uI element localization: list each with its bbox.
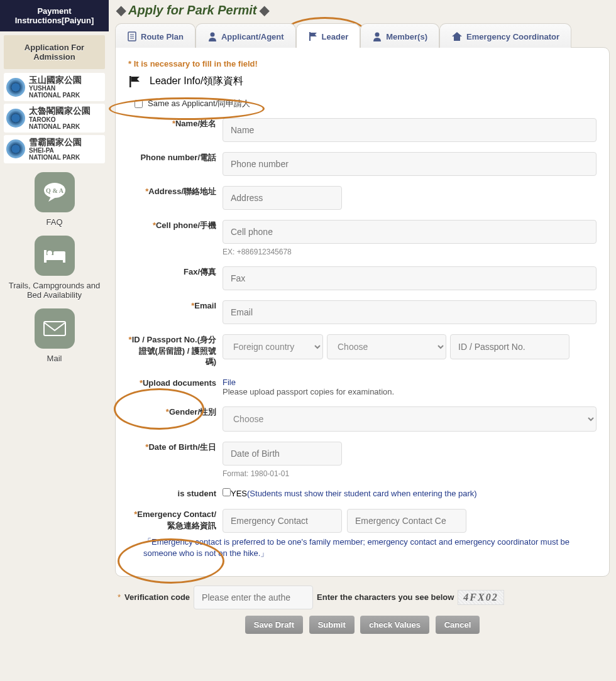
id-number-input[interactable] xyxy=(450,334,569,359)
tab-leader[interactable]: Leader xyxy=(296,23,361,48)
submit-button[interactable]: Submit xyxy=(309,616,355,634)
student-note: (Students must show their student card w… xyxy=(247,489,477,498)
tab-route-plan[interactable]: Route Plan xyxy=(115,23,195,48)
upload-file-link[interactable]: File xyxy=(223,378,236,387)
fax-label: Fax/傳真 xyxy=(184,267,216,276)
check-values-button[interactable]: check Values xyxy=(360,616,429,634)
emergency-contact-cell-input[interactable] xyxy=(347,509,466,533)
cellphone-label: Cell phone/手機 xyxy=(156,221,216,230)
svg-rect-5 xyxy=(53,251,65,256)
same-as-applicant-label: Same as Applicant/同申請人 xyxy=(148,98,250,109)
email-input[interactable] xyxy=(223,300,597,324)
gender-select[interactable]: Choose xyxy=(223,406,597,432)
svg-point-14 xyxy=(375,33,380,37)
same-as-applicant-row: Same as Applicant/同申請人 xyxy=(135,98,597,109)
svg-rect-15 xyxy=(129,76,131,87)
park-taroko[interactable]: 太魯閣國家公園TAROKONATIONAL PARK xyxy=(4,104,105,132)
svg-point-4 xyxy=(47,251,52,256)
button-row: Save Draft Submit check Values Cancel xyxy=(115,616,610,634)
sidebar: Payment Instructions[Paiyun] Application… xyxy=(0,0,109,640)
tab-bar: Route Plan Applicant/Agent Leader Member… xyxy=(115,23,610,47)
bed-icon xyxy=(35,236,75,276)
form-panel: * It is necessary to fill in the field! … xyxy=(115,47,610,577)
cancel-button[interactable]: Cancel xyxy=(436,616,480,634)
trails-label: Trails, Campgrounds and Bed Availability xyxy=(0,281,109,300)
address-label: Address/聯絡地址 xyxy=(148,187,216,196)
tab-emergency-coordinator[interactable]: Emergency Coordinator xyxy=(439,23,571,48)
svg-rect-13 xyxy=(309,32,311,41)
trails-link[interactable]: Trails, Campgrounds and Bed Availability xyxy=(0,236,109,300)
upload-note: Please upload passport copies for examin… xyxy=(223,387,394,396)
upload-label: Upload documents xyxy=(143,378,216,388)
qa-bubble-icon: Q & A xyxy=(35,172,75,212)
id-choose-select[interactable]: Choose xyxy=(327,334,446,359)
fax-input[interactable] xyxy=(223,266,597,290)
email-label: Email xyxy=(194,301,216,310)
main-content: ◆Apply for Park Permit◆ Route Plan Appli… xyxy=(109,0,616,640)
emergency-contact-name-input[interactable] xyxy=(223,509,342,533)
student-checkbox[interactable] xyxy=(223,488,231,496)
dob-input[interactable] xyxy=(223,442,342,466)
mail-label: Mail xyxy=(47,354,62,363)
flag-icon xyxy=(128,75,141,88)
svg-rect-3 xyxy=(44,255,65,260)
gender-label: Gender/性別 xyxy=(169,407,216,417)
svg-rect-6 xyxy=(63,255,65,263)
park-logo-icon xyxy=(6,109,25,128)
park-yushan[interactable]: 玉山國家公園YUSHANNATIONAL PARK xyxy=(4,73,105,101)
mail-link[interactable]: Mail xyxy=(0,308,109,363)
park-logo-icon xyxy=(6,139,25,158)
dob-label: Date of Birth/生日 xyxy=(148,442,216,452)
required-notice: * It is necessary to fill in the field! xyxy=(128,59,597,68)
cellphone-hint: EX: +886912345678 xyxy=(223,248,597,256)
name-input[interactable] xyxy=(223,118,597,142)
id-label: ID / Passport No.(身分證號(居留證) / 護照號碼) xyxy=(132,335,216,366)
dob-hint: Format: 1980-01-01 xyxy=(223,469,597,478)
phone-input[interactable] xyxy=(223,152,597,176)
svg-rect-7 xyxy=(44,322,65,335)
captcha-image: 4FX02 xyxy=(458,590,503,605)
verification-hint: Enter the characters you see below xyxy=(317,592,454,602)
person-icon xyxy=(207,31,217,41)
faq-link[interactable]: Q & A FAQ xyxy=(0,172,109,227)
home-icon xyxy=(451,31,463,41)
payment-instructions-link[interactable]: Payment Instructions[Paiyun] xyxy=(0,0,109,31)
verification-row: *Verification code Enter the characters … xyxy=(118,586,610,609)
same-as-applicant-checkbox[interactable] xyxy=(135,100,143,108)
emergency-contact-note: 「Emergency contact is preferred to be on… xyxy=(143,537,597,559)
page-title: ◆Apply for Park Permit◆ xyxy=(116,3,610,18)
svg-point-12 xyxy=(210,33,214,37)
student-yes: YES xyxy=(231,489,247,498)
save-draft-button[interactable]: Save Draft xyxy=(245,616,303,634)
emergency-contact-label: Emergency Contact/緊急連絡資訊 xyxy=(137,509,216,530)
person-icon xyxy=(372,31,382,41)
tab-applicant[interactable]: Applicant/Agent xyxy=(195,23,296,48)
park-logo-icon xyxy=(6,78,25,97)
student-label: is student xyxy=(178,489,216,498)
name-label: Name/姓名 xyxy=(175,119,216,128)
svg-text:Q & A: Q & A xyxy=(46,187,64,194)
cellphone-input[interactable] xyxy=(223,220,597,244)
verification-label: Verification code xyxy=(124,592,190,602)
flag-icon xyxy=(308,31,318,41)
verification-input[interactable] xyxy=(194,586,313,609)
address-input[interactable] xyxy=(223,186,342,210)
document-icon xyxy=(127,31,137,41)
tab-members[interactable]: Member(s) xyxy=(360,23,439,48)
mail-icon xyxy=(35,308,75,349)
section-header: Leader Info/領隊資料 xyxy=(128,75,597,88)
park-sheipa[interactable]: 雪霸國家公園SHEI-PANATIONAL PARK xyxy=(4,135,105,163)
phone-label: Phone number/電話 xyxy=(140,153,216,162)
faq-label: FAQ xyxy=(46,217,62,227)
application-admission-header: Application For Admission xyxy=(4,35,105,69)
id-country-select[interactable]: Foreign country xyxy=(223,334,323,359)
